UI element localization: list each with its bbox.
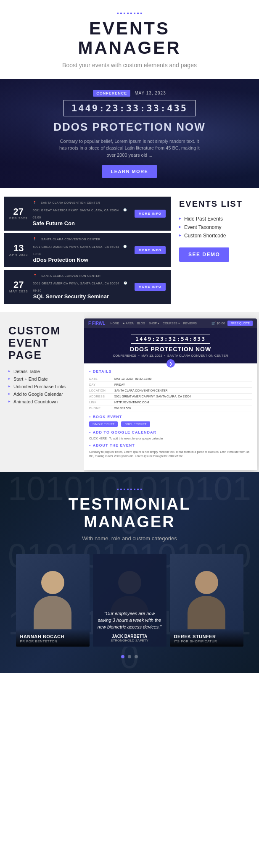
mock-row-phone: PHONE 569 333 560 [89, 405, 252, 411]
header-subtitle: Boost your events with custom elements a… [8, 62, 251, 68]
mock-subtitle: CONFERENCE • MAY 13, 2023 • SANTA CLARA … [90, 354, 251, 358]
card2-quote: "Our employees are now saving 3 hours a … [97, 610, 162, 631]
dot-2[interactable] [128, 655, 131, 658]
card3-role: ITS FOR SHOPIFICATUR [174, 639, 239, 643]
event-meta-1: 📍 SANTA CLARA CONVENTION CENTER 5001 GRE… [33, 201, 130, 219]
testimonial-title: TESTIMONIAL MANAGER [8, 496, 251, 531]
event-card-2: 13 APR 2023 📍 SANTA CLARA CONVENTION CEN… [4, 233, 171, 267]
mock-book-section: BOOK EVENT SINGLE TICKET GROUP TICKET [89, 415, 252, 427]
mock-value-phone: 569 333 560 [114, 407, 252, 410]
see-demo-button[interactable]: SEE DEMO [179, 247, 229, 262]
nav-courses: COURSES ▾ [163, 322, 180, 325]
event-venue-1: SANTA CLARA CONVENTION CENTER [41, 201, 100, 204]
event-date-1: 27 FEB 2023 [9, 207, 28, 220]
card3-body [188, 596, 225, 629]
dot-1[interactable] [121, 655, 124, 658]
event-info-1: 📍 SANTA CLARA CONVENTION CENTER 5001 GRE… [33, 201, 130, 226]
card2-name: JACK BARBETTA [97, 634, 162, 639]
custom-event-title: CUSTOM EVENT PAGE [8, 325, 78, 361]
mock-value-link: HTTP://EVENTINFO.COM [114, 401, 252, 404]
browser-free-quote: FREE QUOTE [227, 321, 253, 326]
event-info-3: 📍 SANTA CLARA CONVENTION CENTER 5001 GRE… [33, 274, 130, 300]
event-more-info-3[interactable]: MORE INFO [135, 283, 166, 291]
event-address-3: 5001 GREAT AMERICA PKWY, SANTA CLARA, CA… [33, 282, 119, 285]
event-more-info-2[interactable]: MORE INFO [135, 246, 166, 254]
event-time-1: 09:00 [33, 216, 41, 219]
sidebar-item-hide-past: Hide Past Events [179, 215, 255, 223]
custom-title-line1: CUSTOM [8, 324, 61, 337]
card1-role: PR FOR BENTETTON [20, 639, 85, 643]
mock-about-text: Contrary to popular belief, Lorem Ipsum … [89, 450, 252, 458]
mock-row-address: ADDRESS 5001 GREAT AMERICA PKWY, SANTA C… [89, 394, 252, 400]
mock-calendar-section: ADD TO GOOGLE CALENDAR CLICK HERE To add… [89, 430, 252, 440]
browser-actions: 🛒 $0.00 FREE QUOTE [211, 321, 253, 326]
decoration-line [117, 13, 142, 14]
custom-features-list: Details Table Start + End Date Unlimited… [8, 368, 78, 405]
nav-blog: BLOG [137, 322, 145, 325]
mock-date: MAY 13, 2023 [141, 354, 162, 358]
testimonial-title-line2: MANAGER [84, 513, 175, 531]
hero-banner: CONFERENCE MAY 13, 2023 1449:23:33:33:43… [0, 79, 259, 188]
main-title: EVENTS MANAGER [8, 19, 251, 58]
nav-area: ★ AREA [122, 322, 134, 325]
card1-overlay: HANNAH BOCACH PR FOR BENTETTON [16, 629, 90, 647]
feature-calendar: Add to Google Calendar [8, 390, 78, 398]
event-month-1: FEB 2023 [9, 216, 28, 220]
event-venue-icon-3: 📍 [33, 274, 37, 277]
card3-head [195, 571, 218, 594]
mock-label-address: ADDRESS [89, 395, 114, 398]
mock-label-location: LOCATION [89, 389, 114, 392]
test-decoration-line [117, 489, 142, 490]
events-list-title: EVENTS LIST [179, 199, 255, 209]
mock-label-phone: PHONE [89, 407, 114, 410]
event-month-2: APR 2023 [9, 253, 28, 257]
card3-overlay: DEREK STUNFER ITS FOR SHOPIFICATUR [170, 629, 243, 647]
mock-value-day: FRIDAY [114, 383, 252, 386]
event-venue-3: SANTA CLARA CONVENTION CENTER [41, 274, 100, 277]
custom-event-right: F FIRWL HOME ★ AREA BLOG SHOP ▾ COURSES … [84, 312, 259, 472]
mock-label-link: LINK [89, 401, 114, 404]
dot-3[interactable] [135, 655, 138, 658]
mock-single-ticket[interactable]: SINGLE TICKET [89, 421, 118, 427]
mock-calendar-title: ADD TO GOOGLE CALENDAR [89, 430, 252, 434]
mock-about-title: ABOUT THE EVENT [89, 443, 252, 447]
card2-role: STRONGHOLD SAFETY [97, 639, 162, 642]
mock-hero: 1449:23:32:54:833 DDOS PROTECTION NOW CO… [84, 328, 257, 363]
mock-label-day: DAY [89, 383, 114, 386]
card3-name: DEREK STUNFER [174, 634, 239, 639]
event-card-1: 27 FEB 2023 📍 SANTA CLARA CONVENTION CEN… [4, 197, 171, 231]
mock-countdown: 1449:23:32:54:833 [131, 334, 210, 344]
mock-details: DETAILS DATE MAY 13, 2023 | 09:30–13:00 … [84, 363, 257, 462]
testimonial-section: 1010101010101001010101010101101010101010… [0, 472, 259, 673]
events-sidebar-list: Hide Past Events Event Taxonomy Custom S… [179, 215, 255, 240]
custom-event-section: CUSTOM EVENT PAGE Details Table Start + … [0, 312, 259, 472]
card1-body [34, 596, 71, 629]
event-date-2: 13 APR 2023 [9, 244, 28, 257]
mock-value-location: SANTA CLARA CONVENTION CENTER [114, 389, 252, 392]
events-list-section: 27 FEB 2023 📍 SANTA CLARA CONVENTION CEN… [0, 188, 259, 312]
mock-group-ticket[interactable]: GROUP TICKET [121, 421, 150, 427]
events-manager-header: EVENTS MANAGER Boost your events with cu… [0, 0, 259, 79]
mock-book-title: BOOK EVENT [89, 415, 252, 419]
browser-cart: 🛒 $0.00 [211, 321, 225, 325]
event-day-2: 13 [9, 244, 28, 253]
browser-logo: F FIRWL [88, 321, 105, 326]
event-more-info-1[interactable]: MORE INFO [135, 210, 166, 218]
event-venue-2: SANTA CLARA CONVENTION CENTER [41, 238, 100, 241]
event-time-icon-3: 🕐 [124, 281, 128, 285]
event-day-1: 27 [9, 207, 28, 216]
mock-tag: CONFERENCE [113, 354, 136, 358]
title-line1: EVENTS [89, 18, 170, 38]
event-time-2: 10:30 [33, 253, 41, 255]
custom-event-left: CUSTOM EVENT PAGE Details Table Start + … [0, 312, 84, 472]
event-time-icon-1: 🕐 [123, 208, 127, 212]
sidebar-item-taxonomy: Event Taxonomy [179, 223, 255, 231]
mock-row-day: DAY FRIDAY [89, 382, 252, 388]
testimonial-title-line1: TESTIMONIAL [69, 495, 191, 513]
testimonial-subtitle: With name, role and custom categories [8, 535, 251, 542]
mock-row-link: LINK HTTP://EVENTINFO.COM [89, 400, 252, 405]
event-month-3: MAY 2023 [9, 289, 28, 293]
test-decoration [8, 489, 251, 490]
custom-title-line2: EVENT PAGE [8, 337, 49, 361]
mock-about-section: ABOUT THE EVENT Contrary to popular beli… [89, 443, 252, 458]
